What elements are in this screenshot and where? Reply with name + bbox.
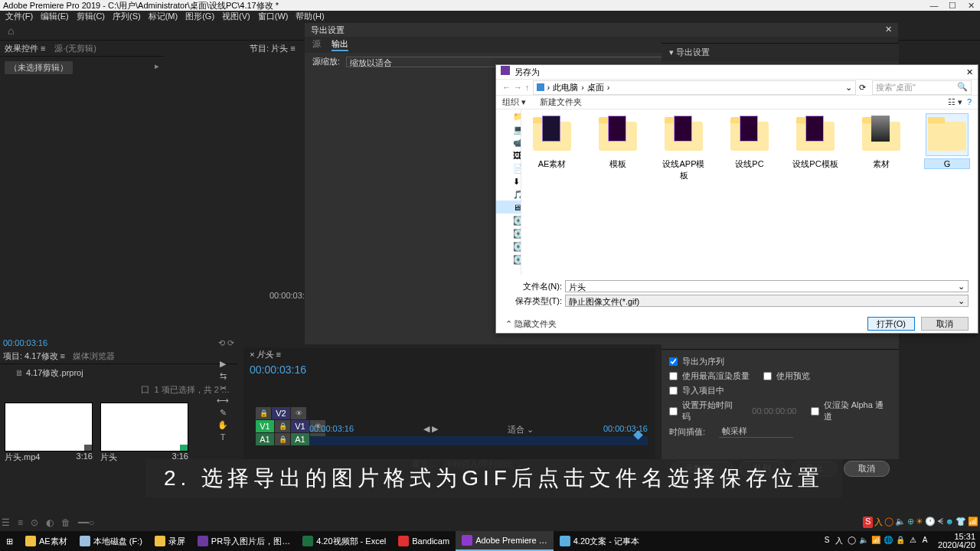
menu-clip[interactable]: 剪辑(C)	[73, 11, 109, 22]
cancel-button[interactable]: 取消	[921, 317, 969, 331]
track-a1[interactable]: A1	[291, 433, 309, 445]
taskbar-item[interactable]: 4.20文案 - 记事本	[554, 531, 645, 551]
file-item[interactable]: 设线PC	[727, 114, 773, 270]
project-sequence[interactable]: 片头3:16	[100, 403, 188, 463]
home-icon[interactable]: ⌂	[8, 24, 14, 37]
tray-icon[interactable]: 入	[834, 536, 844, 546]
tab-effect-controls[interactable]: 效果控件 ≡	[5, 43, 45, 54]
address-bar[interactable]: ›此电脑›桌面› ⌄	[533, 80, 857, 95]
nav-fwd[interactable]: →	[514, 83, 522, 92]
selection-tool[interactable]: ▶	[205, 359, 240, 369]
menu-sequence[interactable]: 序列(S)	[109, 11, 145, 22]
hide-folders-toggle[interactable]: ⌃ 隐藏文件夹	[505, 318, 557, 330]
timeline-scrubber[interactable]	[309, 436, 648, 445]
sidebar-item[interactable]: ⬇下载	[496, 174, 521, 187]
hand-tool[interactable]: ✋	[205, 420, 240, 430]
fit-select[interactable]: 适合 ⌄	[508, 424, 534, 435]
menu-view[interactable]: 视图(V)	[218, 11, 254, 22]
taskbar-item[interactable]: Bandicam	[392, 531, 456, 551]
tray-icon[interactable]: 📶	[871, 536, 881, 546]
sidebar-item[interactable]: 💽本地磁盘 (E:)	[496, 240, 521, 253]
filename-input[interactable]: 片头⌄	[565, 280, 969, 292]
organize-menu[interactable]: 组织 ▾	[502, 96, 526, 108]
tab-source-noclip[interactable]: 源·(无剪辑)	[54, 43, 96, 54]
taskbar-item[interactable]: PR导入图片后，图…	[191, 531, 296, 551]
chk-max-quality[interactable]	[669, 372, 678, 380]
project-clip[interactable]: 片头.mp43:16	[5, 403, 93, 463]
sidebar-item[interactable]: 💽本地磁盘 (D:)	[496, 227, 521, 240]
help-button[interactable]: ?	[967, 97, 972, 107]
export-dlg-close[interactable]: ✕	[885, 24, 892, 35]
filetype-select[interactable]: 静止图像文件(*.gif)⌄	[565, 295, 969, 307]
taskbar-item[interactable]: 4.20视频部 - Excel	[296, 531, 392, 551]
file-item[interactable]: AE素材	[529, 114, 575, 270]
tray-icon[interactable]: ◯	[846, 536, 857, 546]
menu-edit[interactable]: 编辑(E)	[37, 11, 73, 22]
menu-graphics[interactable]: 图形(G)	[181, 11, 218, 22]
slip-tool[interactable]: ⟷	[205, 396, 240, 406]
start-button[interactable]: ⊞	[0, 531, 19, 551]
nav-back[interactable]: ←	[502, 83, 511, 92]
menu-help[interactable]: 帮助(H)	[292, 11, 328, 22]
export-tab-output[interactable]: 输出	[332, 38, 348, 51]
nav-up[interactable]: ↑	[525, 83, 530, 92]
tab-media-browser[interactable]: 媒体浏览器	[73, 350, 115, 362]
timeline-panel: × 片头 ≡ 00:00:03:16 ▶ ⇆ ✂ ⟷ ✎ ✋ T 🔒V2👁 V1…	[243, 347, 655, 470]
export-settings-header[interactable]: 导出设置	[676, 47, 710, 57]
sidebar-item[interactable]: 📹视频	[496, 135, 521, 148]
tray-icon[interactable]: 🔈	[858, 536, 869, 546]
type-tool[interactable]: T	[205, 432, 240, 442]
cancel-button[interactable]: 取消	[844, 461, 890, 477]
taskbar-item[interactable]: 本地磁盘 (F:)	[74, 531, 149, 551]
chk-use-preview[interactable]	[763, 372, 772, 380]
menu-file[interactable]: 文件(F)	[2, 11, 37, 22]
chk-export-sequence[interactable]	[669, 357, 678, 366]
sidebar-item[interactable]: 💻此电脑	[496, 122, 521, 135]
tray-icon[interactable]: ⚠	[907, 536, 918, 546]
view-menu[interactable]: ☷ ▾	[948, 97, 962, 107]
chk-alpha-only[interactable]	[811, 407, 819, 416]
menu-marker[interactable]: 标记(M)	[145, 11, 182, 22]
sidebar-item[interactable]: 🎵音乐	[496, 187, 521, 201]
track-v2[interactable]: V2	[272, 407, 290, 419]
open-button[interactable]: 打开(O)	[867, 317, 915, 331]
ripple-tool[interactable]: ⇆	[205, 371, 240, 381]
interp-select[interactable]: 帧采样	[719, 425, 793, 438]
sidebar-item[interactable]: 🖥桌面	[496, 201, 521, 214]
window-minimize[interactable]: —	[925, 0, 943, 11]
menu-window[interactable]: 窗口(W)	[254, 11, 292, 22]
file-item[interactable]: 模板	[595, 114, 641, 270]
sidebar-item[interactable]: 💽本地磁盘 (F:)	[496, 253, 521, 266]
file-item[interactable]: 设线PC模板	[792, 114, 838, 270]
razor-tool[interactable]: ✂	[205, 383, 240, 393]
tray-icon[interactable]: 🌐	[883, 536, 893, 546]
search-input[interactable]: 搜索"桌面"🔍	[872, 80, 972, 95]
saveas-close[interactable]: ✕	[966, 67, 973, 77]
tray-icon[interactable]: A	[920, 536, 930, 546]
chk-start-tc[interactable]	[669, 407, 678, 416]
sidebar-item[interactable]: 🖼图片	[496, 148, 521, 161]
tab-project[interactable]: 项目: 4.17修改 ≡	[3, 350, 65, 362]
file-item[interactable]: 素材	[858, 114, 904, 270]
refresh-button[interactable]: ⟳	[859, 83, 866, 93]
file-item[interactable]: 设线APP模板	[661, 114, 707, 270]
tray-icon[interactable]: S	[822, 536, 832, 546]
window-close[interactable]: ✕	[962, 0, 980, 11]
taskbar-item[interactable]: 录屏	[149, 531, 191, 551]
sidebar-item[interactable]: 📄文档	[496, 161, 521, 174]
system-tray[interactable]: S入◯🔈📶🌐🔒⚠A	[818, 536, 933, 546]
pen-tool[interactable]: ✎	[205, 408, 240, 418]
track-v1[interactable]: V1	[291, 420, 309, 432]
chk-import-project[interactable]	[669, 386, 678, 395]
sidebar-item[interactable]: 📁录屏	[496, 109, 521, 122]
tray-icon[interactable]: 🔒	[895, 536, 906, 546]
taskbar-item[interactable]: AE素材	[19, 531, 74, 551]
new-folder-button[interactable]: 新建文件夹	[540, 96, 582, 108]
export-tab-source[interactable]: 源	[312, 38, 321, 51]
clock[interactable]: 15:312020/4/20	[933, 533, 980, 549]
sidebar-item[interactable]: 💽本地磁盘 (C:)	[496, 214, 521, 227]
timeline-header[interactable]: × 片头 ≡	[243, 347, 655, 362]
file-item[interactable]: G	[924, 114, 970, 270]
taskbar-item[interactable]: Adobe Premiere …	[456, 531, 554, 551]
window-maximize[interactable]: ☐	[943, 0, 962, 11]
